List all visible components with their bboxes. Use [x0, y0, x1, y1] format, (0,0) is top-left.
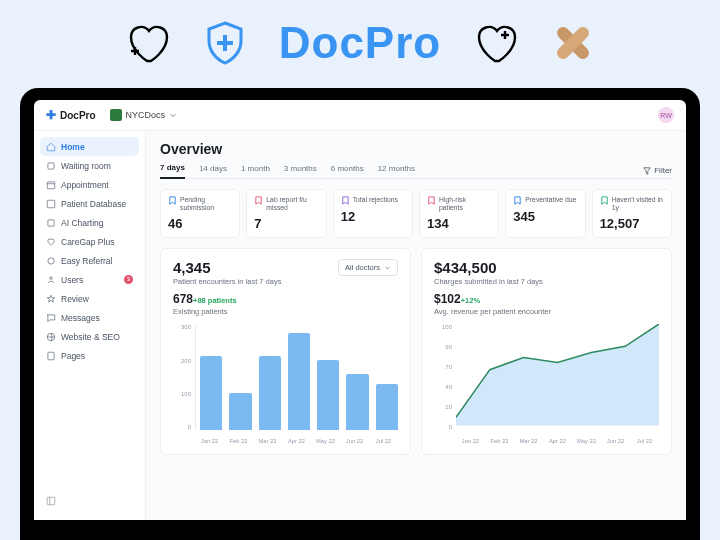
stat-label: Haven't visited in 1y	[612, 196, 664, 212]
sidebar-item-label: Home	[61, 142, 85, 152]
filter-icon	[643, 167, 651, 175]
bookmark-icon	[254, 196, 263, 205]
existing-patients-label: Existing patients	[173, 307, 398, 316]
bar	[317, 360, 339, 431]
stat-label: Total rejections	[353, 196, 398, 204]
bar	[229, 393, 251, 430]
stat-havent-visited[interactable]: Haven't visited in 1y12,507	[592, 189, 672, 238]
sidebar-item-home[interactable]: Home	[40, 137, 139, 156]
avg-revenue: $102	[434, 292, 461, 306]
stat-label: High-risk patients	[439, 196, 491, 212]
encounters-label: Patient encounters in last 7 days	[173, 277, 281, 286]
stat-pending-submission[interactable]: Pending submission46	[160, 189, 240, 238]
chevron-down-icon	[169, 111, 177, 119]
filter-label: Filter	[654, 166, 672, 175]
bookmark-icon	[168, 196, 177, 205]
bookmark-icon	[513, 196, 522, 205]
sparkle-icon	[46, 218, 56, 228]
bandage-icon	[549, 19, 597, 67]
doctor-filter-dropdown[interactable]: All doctors	[338, 259, 398, 276]
clock-icon	[46, 161, 56, 171]
sidebar-item-caregap[interactable]: CareGap Plus	[40, 232, 139, 251]
bookmark-icon	[341, 196, 350, 205]
sidebar-item-label: Messages	[61, 313, 100, 323]
org-switcher[interactable]: NYCDocs	[110, 109, 178, 121]
home-icon	[46, 142, 56, 152]
sidebar-item-messages[interactable]: Messages	[40, 308, 139, 327]
avatar[interactable]: RW	[658, 107, 674, 123]
collapse-icon	[46, 496, 56, 506]
bar	[288, 333, 310, 430]
sidebar-item-appointment[interactable]: Appointment	[40, 175, 139, 194]
org-badge-icon	[110, 109, 122, 121]
plus-icon: ✚	[46, 108, 56, 122]
sidebar-item-waiting-room[interactable]: Waiting room	[40, 156, 139, 175]
bar	[346, 374, 368, 431]
sidebar-item-label: Pages	[61, 351, 85, 361]
tab-1month[interactable]: 1 month	[241, 164, 270, 178]
encounters-total: 4,345	[173, 259, 281, 276]
tab-14days[interactable]: 14 days	[199, 164, 227, 178]
stat-value: 12,507	[600, 216, 664, 231]
avg-revenue-label: Avg. revenue per patient encounter	[434, 307, 659, 316]
sidebar-item-pages[interactable]: Pages	[40, 346, 139, 365]
area-chart: 100907040100 Jan 22Feb 22Mar 22Apr 22May…	[434, 324, 659, 444]
share-icon	[46, 256, 56, 266]
stat-preventative[interactable]: Preventative due345	[505, 189, 585, 238]
chevron-down-icon	[384, 264, 391, 271]
svg-point-7	[50, 276, 53, 279]
sidebar-item-users[interactable]: Users3	[40, 270, 139, 289]
org-name: NYCDocs	[126, 110, 166, 120]
sidebar-collapse[interactable]	[40, 490, 139, 514]
sidebar-item-review[interactable]: Review	[40, 289, 139, 308]
shield-plus-icon	[201, 19, 249, 67]
sidebar-item-label: Easy Referral	[61, 256, 113, 266]
bar-chart: 3002001000 Jan 22Feb 22Mar 22Apr 22May 2…	[173, 324, 398, 444]
stat-value: 12	[341, 209, 405, 224]
encounters-card: 4,345 Patient encounters in last 7 days …	[160, 248, 411, 455]
calendar-icon	[46, 180, 56, 190]
sidebar-item-label: Users	[61, 275, 83, 285]
app-screen: ✚ DocPro NYCDocs RW Home Waiting room Ap…	[34, 100, 686, 520]
stat-rejections[interactable]: Total rejections12	[333, 189, 413, 238]
star-icon	[46, 294, 56, 304]
tab-3months[interactable]: 3 months	[284, 164, 317, 178]
existing-patients-count: 678	[173, 292, 193, 306]
svg-point-6	[48, 257, 54, 263]
stat-label: Lab report f/u missed	[266, 196, 318, 212]
svg-rect-9	[48, 352, 54, 360]
sidebar-item-website[interactable]: Website & SEO	[40, 327, 139, 346]
chat-icon	[46, 313, 56, 323]
bar	[200, 356, 222, 430]
sidebar-item-patient-database[interactable]: Patient Database	[40, 194, 139, 213]
charges-total: $434,500	[434, 259, 659, 276]
sidebar-item-label: CareGap Plus	[61, 237, 114, 247]
hero-banner: DocPro	[0, 0, 720, 85]
tab-12months[interactable]: 12 months	[378, 164, 415, 178]
stat-value: 46	[168, 216, 232, 231]
stat-cards-row: Pending submission46 Lab report f/u miss…	[160, 189, 672, 238]
stat-value: 7	[254, 216, 318, 231]
users-icon	[46, 275, 56, 285]
bookmark-icon	[427, 196, 436, 205]
app-logo[interactable]: ✚ DocPro	[46, 108, 96, 122]
existing-patients-delta: +88 patients	[193, 296, 237, 305]
bar	[259, 356, 281, 430]
tab-6months[interactable]: 6 months	[331, 164, 364, 178]
sidebar-item-label: Appointment	[61, 180, 109, 190]
filter-button[interactable]: Filter	[643, 166, 672, 175]
svg-rect-3	[47, 181, 55, 188]
file-icon	[46, 351, 56, 361]
stat-label: Pending submission	[180, 196, 232, 212]
heart-plus-outline-icon	[471, 19, 519, 67]
stat-high-risk[interactable]: High-risk patients134	[419, 189, 499, 238]
sidebar-item-label: Waiting room	[61, 161, 111, 171]
sidebar-item-label: AI Charting	[61, 218, 104, 228]
sidebar-item-referral[interactable]: Easy Referral	[40, 251, 139, 270]
tab-7days[interactable]: 7 days	[160, 163, 185, 179]
dropdown-label: All doctors	[345, 263, 380, 272]
badge: 3	[124, 275, 133, 284]
laptop-frame: ✚ DocPro NYCDocs RW Home Waiting room Ap…	[20, 88, 700, 540]
stat-lab-report[interactable]: Lab report f/u missed7	[246, 189, 326, 238]
sidebar-item-ai-charting[interactable]: AI Charting	[40, 213, 139, 232]
